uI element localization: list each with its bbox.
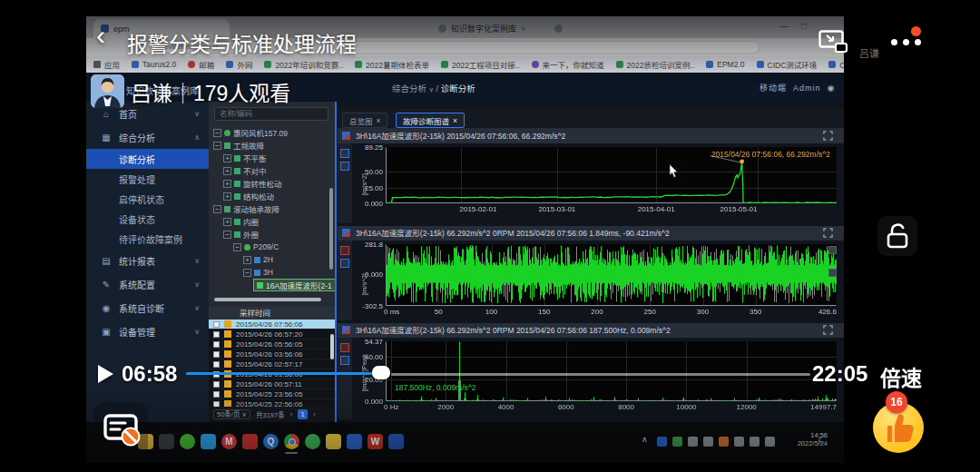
play-button[interactable] <box>98 365 113 383</box>
current-page-button[interactable]: 1 <box>298 409 308 419</box>
fullscreen-expand-icon[interactable] <box>823 325 833 335</box>
tray-orange-icon[interactable] <box>719 437 729 447</box>
more-menu-icon[interactable] <box>915 39 921 45</box>
fullscreen-expand-icon[interactable] <box>823 228 833 238</box>
expand-icon[interactable]: + <box>223 180 231 188</box>
wps-icon[interactable]: W <box>368 434 383 449</box>
browser-tab-3[interactable] <box>547 19 647 38</box>
sidebar-item-待评价故障案例[interactable]: 待评价故障案例 <box>86 229 209 249</box>
bookmark-item[interactable]: 2022工程项目对接.. <box>441 59 520 70</box>
row-checkbox[interactable] <box>213 391 220 398</box>
tree-search-input[interactable]: 名称/编码 <box>214 107 328 121</box>
row-checkbox[interactable] <box>213 331 220 338</box>
row-checkbox[interactable] <box>213 381 220 388</box>
bookmark-item[interactable]: CIDC演示环境 <box>828 59 844 70</box>
tab-close-icon[interactable]: × <box>453 116 457 125</box>
sidebar-item-诊断分析[interactable]: 诊断分析 <box>86 149 209 169</box>
expand-icon[interactable]: + <box>223 167 231 175</box>
night-mode-icon[interactable]: ☾ <box>818 435 827 447</box>
progress-remaining[interactable] <box>391 373 810 376</box>
tab-close-icon[interactable]: × <box>377 116 381 125</box>
tray-blue-icon[interactable] <box>657 437 667 447</box>
sidebar-item-系统配置[interactable]: ✎系统配置∨ <box>86 272 209 296</box>
notification-icon[interactable]: ◉ <box>828 84 836 93</box>
rotation-lock-button[interactable] <box>877 216 917 256</box>
tree-node-惠冈风机157.09[interactable]: −惠冈风机157.09 <box>213 126 288 139</box>
row-checkbox[interactable] <box>213 321 220 328</box>
collapse-icon[interactable]: − <box>213 142 221 150</box>
bookmark-item[interactable]: 外网 <box>226 59 252 70</box>
sample-row[interactable]: 2015/04/26 05:56:05 <box>209 339 336 349</box>
qq-browser-icon[interactable]: Q <box>263 434 279 449</box>
camera-icon[interactable] <box>765 437 775 447</box>
tray-expand-icon[interactable]: ∧ <box>642 435 648 444</box>
collapse-icon[interactable]: − <box>233 243 241 251</box>
bookmark-item[interactable]: Taurus2.0 <box>132 60 176 69</box>
bookmark-item[interactable]: 2022暑期体检表单 <box>355 59 429 70</box>
collapse-icon[interactable]: − <box>213 129 221 137</box>
move-icon[interactable] <box>703 437 713 447</box>
notes-icon[interactable] <box>326 434 341 449</box>
waveform-chart-canvas[interactable] <box>386 244 837 306</box>
bookmark-item[interactable]: 来一下，你就知道 <box>532 59 604 70</box>
sidebar-item-设备管理[interactable]: ▣设备管理∨ <box>86 320 209 343</box>
tree-node-结构松动[interactable]: +结构松动 <box>223 190 274 202</box>
sidebar-item-设备状态[interactable]: 设备状态 <box>86 209 209 229</box>
tab-close-icon[interactable]: × <box>521 25 525 34</box>
collapse-icon[interactable]: − <box>223 231 231 239</box>
prev-page-button[interactable]: ‹ <box>290 410 293 418</box>
back-button[interactable]: ‹ <box>96 20 105 51</box>
sample-row[interactable]: 2015/04/25 23:56:05 <box>209 389 336 399</box>
sample-row[interactable]: 2015/04/26 07:56:06 <box>209 320 336 329</box>
tool-icon[interactable] <box>340 259 349 268</box>
tab-fault-diagnosis-atlas[interactable]: 故障诊断图谱× <box>396 113 465 128</box>
streamer-avatar[interactable] <box>91 74 124 108</box>
page-size-select[interactable]: 50条/页 ∨ <box>213 409 250 419</box>
bookmark-item[interactable]: 邮箱 <box>188 59 214 70</box>
sample-row[interactable]: 2015/04/26 03:56:06 <box>209 349 336 359</box>
danmaku-off-button[interactable] <box>93 402 148 457</box>
sample-row[interactable]: 2015/04/26 06:57:20 <box>209 329 336 339</box>
progress-played[interactable] <box>186 372 379 375</box>
next-page-button[interactable]: › <box>313 410 316 418</box>
volume-icon[interactable] <box>750 437 760 447</box>
tree-node-工频故障[interactable]: −工频故障 <box>213 139 264 152</box>
tree-node-2H[interactable]: +2H <box>243 253 273 266</box>
app-green-icon[interactable] <box>305 434 320 449</box>
microphone-icon[interactable] <box>688 437 698 447</box>
progress-handle[interactable] <box>372 366 390 379</box>
sidebar-item-报警处理[interactable]: 报警处理 <box>86 169 209 189</box>
display-icon[interactable] <box>734 437 744 447</box>
expand-icon[interactable]: + <box>223 192 231 201</box>
photos-icon[interactable] <box>388 434 404 449</box>
zoom-in-button[interactable] <box>828 246 837 254</box>
tree-node-滚动轴承故障[interactable]: −滚动轴承故障 <box>213 202 279 215</box>
fullscreen-expand-icon[interactable] <box>823 131 833 141</box>
calculator-icon[interactable] <box>159 434 174 449</box>
bookmark-item[interactable]: 应用 <box>93 59 120 70</box>
bookmark-item[interactable]: 2022质检培训案例.. <box>616 59 695 70</box>
tree-node-P209/C[interactable]: −P209/C <box>233 241 279 253</box>
sidebar-item-系统自诊断[interactable]: ◉系统自诊断∨ <box>86 296 209 320</box>
playback-speed-button[interactable]: 倍速 <box>880 361 922 392</box>
tab-overview[interactable]: 总览图× <box>342 113 387 128</box>
more-menu-icon[interactable] <box>891 39 897 45</box>
app-blue-icon[interactable] <box>347 434 362 449</box>
bookmark-item[interactable]: 2022年培训和竞赛.. <box>264 59 343 70</box>
horizontal-scrollbar[interactable] <box>214 298 321 301</box>
row-checkbox[interactable] <box>213 341 220 348</box>
zoom-out-button[interactable] <box>828 269 837 277</box>
browser-tab-2[interactable]: 知识数字化案例库 × <box>431 19 540 38</box>
expand-icon[interactable]: + <box>243 256 251 264</box>
sidebar-item-统计报表[interactable]: ▤统计报表∨ <box>86 249 209 272</box>
app-red-icon[interactable] <box>242 434 258 449</box>
sample-row[interactable]: 2015/04/26 02:57:17 <box>209 359 336 369</box>
tray-green-icon[interactable] <box>672 437 682 447</box>
more-menu-icon[interactable] <box>903 39 909 45</box>
bookmark-item[interactable]: CIDC测试环境 <box>757 59 818 70</box>
mobile-link[interactable]: 移动端 <box>760 84 787 93</box>
breadcrumb-parent[interactable]: 综合分析 <box>392 84 426 93</box>
mail-icon[interactable]: M <box>221 434 237 449</box>
row-checkbox[interactable] <box>213 351 220 358</box>
picture-in-picture-icon[interactable] <box>818 30 848 54</box>
